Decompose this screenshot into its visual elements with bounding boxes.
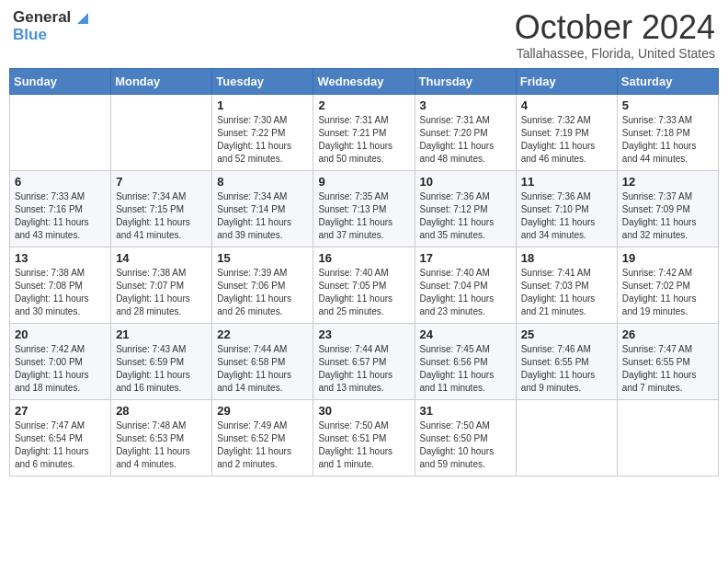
day-cell: 16Sunrise: 7:40 AM Sunset: 7:05 PM Dayli…: [313, 247, 415, 323]
day-cell: 6Sunrise: 7:33 AM Sunset: 7:16 PM Daylig…: [10, 170, 111, 247]
day-info: Sunrise: 7:41 AM Sunset: 7:03 PM Dayligh…: [521, 267, 612, 318]
logo: General Blue: [13, 9, 88, 43]
day-info: Sunrise: 7:34 AM Sunset: 7:15 PM Dayligh…: [116, 190, 207, 242]
day-cell: 31Sunrise: 7:50 AM Sunset: 6:50 PM Dayli…: [415, 399, 516, 476]
day-cell: 30Sunrise: 7:50 AM Sunset: 6:51 PM Dayli…: [313, 399, 415, 476]
day-number: 21: [116, 327, 207, 341]
day-cell: [516, 399, 617, 476]
logo-general: General: [13, 9, 88, 27]
day-info: Sunrise: 7:37 AM Sunset: 7:09 PM Dayligh…: [622, 190, 713, 242]
title-block: October 2024 Tallahassee, Florida, Unite…: [515, 9, 715, 61]
weekday-header-tuesday: Tuesday: [212, 68, 313, 94]
day-cell: 2Sunrise: 7:31 AM Sunset: 7:21 PM Daylig…: [313, 94, 415, 170]
week-row-4: 20Sunrise: 7:42 AM Sunset: 7:00 PM Dayli…: [10, 323, 719, 399]
day-number: 31: [420, 404, 511, 418]
page-header: General Blue October 2024 Tallahassee, F…: [9, 9, 719, 61]
day-cell: [111, 94, 212, 170]
day-cell: 29Sunrise: 7:49 AM Sunset: 6:52 PM Dayli…: [212, 399, 313, 476]
month-title: October 2024: [515, 9, 715, 46]
day-info: Sunrise: 7:40 AM Sunset: 7:05 PM Dayligh…: [318, 267, 409, 318]
day-number: 24: [420, 327, 511, 341]
day-info: Sunrise: 7:38 AM Sunset: 7:07 PM Dayligh…: [116, 267, 207, 318]
day-cell: 22Sunrise: 7:44 AM Sunset: 6:58 PM Dayli…: [212, 323, 313, 399]
weekday-header-friday: Friday: [516, 68, 617, 94]
day-number: 5: [622, 98, 713, 112]
day-info: Sunrise: 7:50 AM Sunset: 6:51 PM Dayligh…: [318, 419, 409, 471]
week-row-2: 6Sunrise: 7:33 AM Sunset: 7:16 PM Daylig…: [10, 170, 719, 247]
day-info: Sunrise: 7:42 AM Sunset: 7:00 PM Dayligh…: [15, 343, 106, 395]
day-cell: 1Sunrise: 7:30 AM Sunset: 7:22 PM Daylig…: [212, 94, 313, 170]
day-cell: 14Sunrise: 7:38 AM Sunset: 7:07 PM Dayli…: [111, 247, 212, 323]
day-cell: 11Sunrise: 7:36 AM Sunset: 7:10 PM Dayli…: [516, 170, 617, 247]
logo-wrap: General Blue: [13, 9, 88, 43]
day-number: 22: [217, 327, 308, 341]
day-info: Sunrise: 7:33 AM Sunset: 7:18 PM Dayligh…: [622, 114, 713, 166]
day-info: Sunrise: 7:46 AM Sunset: 6:55 PM Dayligh…: [521, 343, 612, 395]
day-info: Sunrise: 7:32 AM Sunset: 7:19 PM Dayligh…: [521, 114, 612, 166]
week-row-1: 1Sunrise: 7:30 AM Sunset: 7:22 PM Daylig…: [10, 94, 719, 170]
day-info: Sunrise: 7:42 AM Sunset: 7:02 PM Dayligh…: [622, 267, 713, 318]
day-cell: 15Sunrise: 7:39 AM Sunset: 7:06 PM Dayli…: [212, 247, 313, 323]
day-cell: 18Sunrise: 7:41 AM Sunset: 7:03 PM Dayli…: [516, 247, 617, 323]
day-info: Sunrise: 7:30 AM Sunset: 7:22 PM Dayligh…: [217, 114, 308, 166]
day-number: 28: [116, 404, 207, 418]
day-number: 10: [420, 175, 511, 189]
day-number: 17: [420, 251, 511, 265]
weekday-header-wednesday: Wednesday: [313, 68, 415, 94]
day-info: Sunrise: 7:45 AM Sunset: 6:56 PM Dayligh…: [420, 343, 511, 395]
day-cell: 21Sunrise: 7:43 AM Sunset: 6:59 PM Dayli…: [111, 323, 212, 399]
day-number: 15: [217, 251, 308, 265]
day-number: 12: [622, 175, 713, 189]
day-cell: 9Sunrise: 7:35 AM Sunset: 7:13 PM Daylig…: [313, 170, 415, 247]
day-number: 1: [217, 98, 308, 112]
day-info: Sunrise: 7:39 AM Sunset: 7:06 PM Dayligh…: [217, 267, 308, 318]
day-info: Sunrise: 7:38 AM Sunset: 7:08 PM Dayligh…: [15, 267, 106, 318]
week-row-5: 27Sunrise: 7:47 AM Sunset: 6:54 PM Dayli…: [10, 399, 719, 476]
day-number: 6: [15, 175, 106, 189]
day-info: Sunrise: 7:36 AM Sunset: 7:12 PM Dayligh…: [420, 190, 511, 242]
day-info: Sunrise: 7:47 AM Sunset: 6:54 PM Dayligh…: [15, 419, 106, 471]
day-info: Sunrise: 7:34 AM Sunset: 7:14 PM Dayligh…: [217, 190, 308, 242]
day-cell: 25Sunrise: 7:46 AM Sunset: 6:55 PM Dayli…: [516, 323, 617, 399]
day-number: 11: [521, 175, 612, 189]
day-cell: 5Sunrise: 7:33 AM Sunset: 7:18 PM Daylig…: [617, 94, 718, 170]
weekday-header-monday: Monday: [111, 68, 212, 94]
day-info: Sunrise: 7:50 AM Sunset: 6:50 PM Dayligh…: [420, 419, 511, 471]
day-number: 18: [521, 251, 612, 265]
day-cell: 27Sunrise: 7:47 AM Sunset: 6:54 PM Dayli…: [10, 399, 111, 476]
logo-blue: Blue: [13, 27, 88, 44]
day-number: 16: [318, 251, 409, 265]
day-cell: 7Sunrise: 7:34 AM Sunset: 7:15 PM Daylig…: [111, 170, 212, 247]
day-number: 25: [521, 327, 612, 341]
day-cell: 3Sunrise: 7:31 AM Sunset: 7:20 PM Daylig…: [415, 94, 516, 170]
day-cell: 20Sunrise: 7:42 AM Sunset: 7:00 PM Dayli…: [10, 323, 111, 399]
day-number: 9: [318, 175, 409, 189]
day-number: 27: [15, 404, 106, 418]
day-number: 8: [217, 175, 308, 189]
weekday-header-sunday: Sunday: [10, 68, 111, 94]
day-info: Sunrise: 7:47 AM Sunset: 6:55 PM Dayligh…: [622, 343, 713, 395]
day-number: 23: [318, 327, 409, 341]
day-cell: 26Sunrise: 7:47 AM Sunset: 6:55 PM Dayli…: [617, 323, 718, 399]
week-row-3: 13Sunrise: 7:38 AM Sunset: 7:08 PM Dayli…: [10, 247, 719, 323]
day-cell: 28Sunrise: 7:48 AM Sunset: 6:53 PM Dayli…: [111, 399, 212, 476]
day-info: Sunrise: 7:49 AM Sunset: 6:52 PM Dayligh…: [217, 419, 308, 471]
day-info: Sunrise: 7:31 AM Sunset: 7:21 PM Dayligh…: [318, 114, 409, 166]
day-number: 14: [116, 251, 207, 265]
day-number: 19: [622, 251, 713, 265]
day-number: 4: [521, 98, 612, 112]
weekday-header-saturday: Saturday: [617, 68, 718, 94]
day-info: Sunrise: 7:48 AM Sunset: 6:53 PM Dayligh…: [116, 419, 207, 471]
day-cell: 10Sunrise: 7:36 AM Sunset: 7:12 PM Dayli…: [415, 170, 516, 247]
day-info: Sunrise: 7:44 AM Sunset: 6:57 PM Dayligh…: [318, 343, 409, 395]
calendar-table: SundayMondayTuesdayWednesdayThursdayFrid…: [9, 68, 719, 477]
day-cell: 13Sunrise: 7:38 AM Sunset: 7:08 PM Dayli…: [10, 247, 111, 323]
day-info: Sunrise: 7:31 AM Sunset: 7:20 PM Dayligh…: [420, 114, 511, 166]
day-info: Sunrise: 7:33 AM Sunset: 7:16 PM Dayligh…: [15, 190, 106, 242]
day-info: Sunrise: 7:40 AM Sunset: 7:04 PM Dayligh…: [420, 267, 511, 318]
day-info: Sunrise: 7:36 AM Sunset: 7:10 PM Dayligh…: [521, 190, 612, 242]
day-number: 3: [420, 98, 511, 112]
day-info: Sunrise: 7:43 AM Sunset: 6:59 PM Dayligh…: [116, 343, 207, 395]
day-number: 26: [622, 327, 713, 341]
day-number: 13: [15, 251, 106, 265]
